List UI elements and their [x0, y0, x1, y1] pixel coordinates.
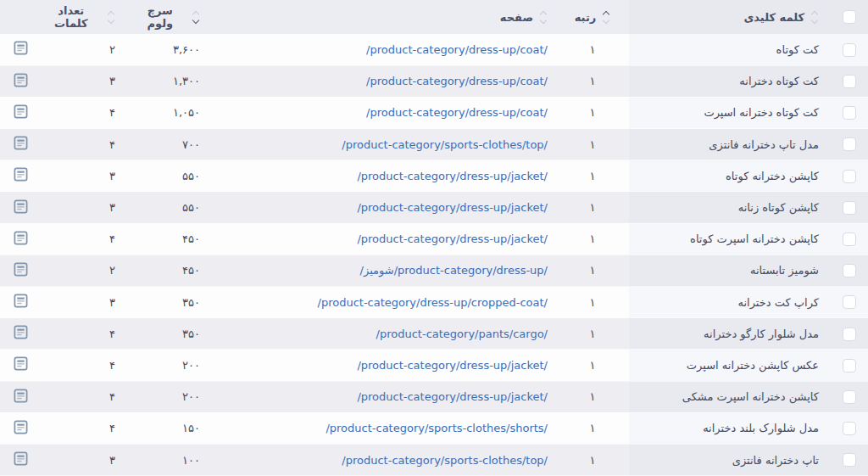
page-link[interactable]: /product-category/dress-up/coat/	[366, 75, 548, 87]
page-cell: /product-category/pants/cargo/	[220, 318, 556, 350]
table-row: شومیز تابستانه ۱ /product-category/dress…	[0, 255, 868, 286]
row-select-cell	[831, 412, 868, 444]
volume-cell: ۲۰۰	[134, 350, 220, 381]
column-header-page[interactable]: صفحه	[220, 0, 556, 34]
details-button[interactable]	[14, 262, 28, 277]
row-checkbox[interactable]	[843, 390, 856, 404]
words-cell: ۳	[41, 444, 134, 475]
words-cell: ۲	[41, 34, 134, 65]
details-icon	[14, 41, 28, 55]
rank-cell: ۱	[556, 97, 629, 128]
words-cell: ۴	[41, 129, 134, 160]
volume-cell: ۳۵۰	[134, 318, 220, 350]
rank-cell: ۱	[556, 444, 629, 475]
table-header: کلمه کلیدی رتبه صفحه	[0, 0, 868, 34]
keyword-cell: کاپشن دخترانه اسپرت کوتاه	[629, 223, 831, 255]
page-cell: /product-category/dress-up/cropped-coat/	[220, 287, 556, 318]
row-checkbox[interactable]	[843, 106, 856, 120]
details-icon	[14, 325, 28, 339]
row-checkbox[interactable]	[843, 359, 856, 372]
details-button[interactable]	[14, 325, 28, 339]
volume-cell: ۵۵۰	[134, 192, 220, 223]
details-button[interactable]	[14, 356, 28, 371]
page-link[interactable]: /product-category/dress-up/jacket/	[357, 232, 548, 245]
volume-cell: ۱,۳۰۰	[134, 65, 220, 97]
column-label-volume: سرچ ولوم	[134, 4, 186, 30]
details-button[interactable]	[14, 231, 28, 245]
chevron-down-icon	[603, 16, 609, 23]
words-cell: ۴	[41, 381, 134, 412]
details-button[interactable]	[14, 167, 28, 182]
rank-cell: ۱	[556, 192, 629, 223]
page-link[interactable]: /product-category/sports-clothes/top/	[342, 138, 548, 151]
chevron-down-icon	[108, 16, 114, 23]
details-button[interactable]	[14, 294, 28, 308]
words-cell: ۳	[41, 160, 134, 192]
sort-control	[107, 12, 115, 23]
sort-control	[192, 12, 200, 23]
words-cell: ۴	[41, 97, 134, 128]
row-checkbox[interactable]	[843, 264, 856, 277]
page-link[interactable]: /product-category/dress-up/jacket/	[357, 170, 548, 182]
details-icon	[14, 294, 28, 308]
page-link[interactable]: /product-category/dress-up/jacket/	[357, 390, 548, 403]
actions-cell	[0, 34, 41, 65]
row-select-cell	[831, 223, 868, 255]
page-link[interactable]: /product-category/dress-up/شومیز/	[360, 264, 548, 277]
column-header-keyword[interactable]: کلمه کلیدی	[629, 0, 831, 34]
column-header-rank[interactable]: رتبه	[556, 0, 629, 34]
page-link[interactable]: /product-category/dress-up/coat/	[366, 106, 548, 119]
row-select-cell	[831, 350, 868, 381]
page-link[interactable]: /product-category/pants/cargo/	[376, 328, 548, 340]
details-button[interactable]	[14, 451, 28, 466]
column-header-words[interactable]: تعداد کلمات	[41, 0, 134, 34]
column-label-words: تعداد کلمات	[41, 4, 101, 30]
row-checkbox[interactable]	[843, 453, 856, 467]
keyword-cell: کاپشن دخترانه کوتاه	[629, 160, 831, 192]
actions-cell	[0, 65, 41, 97]
details-button[interactable]	[14, 73, 28, 87]
page-link[interactable]: /product-category/dress-up/cropped-coat/	[318, 296, 548, 309]
table-body: کت کوتاه ۱ /product-category/dress-up/co…	[0, 34, 868, 476]
row-checkbox[interactable]	[843, 201, 856, 215]
page-cell: /product-category/sports-clothes/top/	[220, 444, 556, 475]
row-select-cell	[831, 97, 868, 128]
rank-cell: ۱	[556, 160, 629, 192]
details-button[interactable]	[14, 420, 28, 434]
column-header-volume[interactable]: سرچ ولوم	[134, 0, 220, 34]
actions-cell	[0, 444, 41, 475]
row-checkbox[interactable]	[843, 295, 856, 309]
actions-cell	[0, 381, 41, 412]
keyword-cell: کاپشن کوتاه زنانه	[629, 192, 831, 223]
keyword-cell: شومیز تابستانه	[629, 255, 831, 286]
page-link[interactable]: /product-category/sports-clothes/top/	[342, 454, 548, 467]
row-checkbox[interactable]	[843, 43, 856, 57]
row-checkbox[interactable]	[843, 137, 856, 151]
row-checkbox[interactable]	[843, 232, 856, 246]
sort-control	[602, 12, 610, 23]
details-button[interactable]	[14, 199, 28, 214]
sort-control	[539, 12, 548, 23]
page-cell: /product-category/dress-up/jacket/	[220, 381, 556, 412]
row-select-cell	[831, 65, 868, 97]
row-checkbox[interactable]	[843, 328, 856, 341]
row-checkbox[interactable]	[843, 170, 856, 183]
words-cell: ۴	[41, 350, 134, 381]
page-link[interactable]: /product-category/dress-up/jacket/	[357, 359, 548, 372]
actions-cell	[0, 287, 41, 318]
row-checkbox[interactable]	[843, 75, 856, 88]
details-icon	[14, 73, 28, 87]
volume-cell: ۲۰۰	[134, 381, 220, 412]
details-button[interactable]	[14, 389, 28, 403]
page-link[interactable]: /product-category/sports-clothes/shorts/	[326, 422, 548, 434]
details-button[interactable]	[14, 41, 28, 55]
select-all-checkbox[interactable]	[843, 10, 856, 24]
details-button[interactable]	[14, 136, 28, 150]
page-cell: /product-category/sports-clothes/shorts/	[220, 412, 556, 444]
actions-cell	[0, 223, 41, 255]
page-link[interactable]: /product-category/dress-up/coat/	[366, 43, 548, 56]
volume-cell: ۱۵۰	[134, 412, 220, 444]
details-button[interactable]	[14, 104, 28, 119]
row-checkbox[interactable]	[843, 422, 856, 435]
page-link[interactable]: /product-category/dress-up/jacket/	[357, 201, 548, 214]
